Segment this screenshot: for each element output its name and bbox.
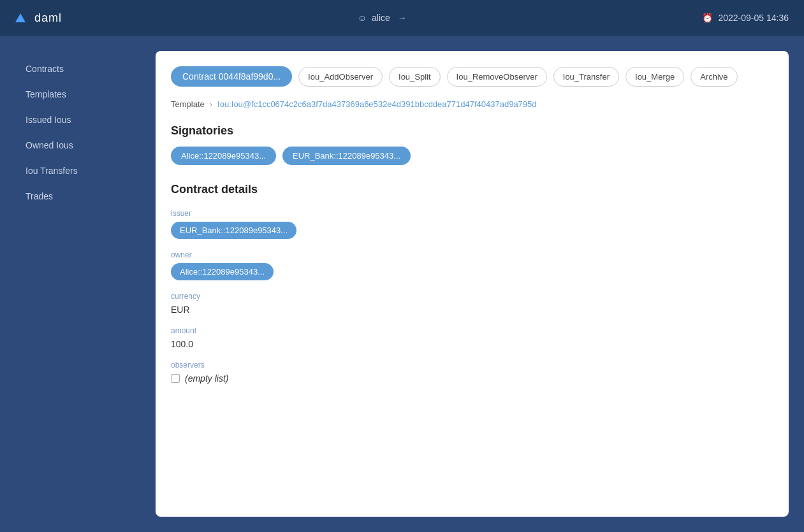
breadcrumb-arrow-icon: › (210, 99, 212, 109)
logo-text: daml (34, 11, 62, 25)
contract-id-button[interactable]: Contract 0044f8af99d0... (171, 66, 292, 87)
breadcrumb-template-label: Template (171, 99, 205, 109)
detail-value-amount: 100.0 (171, 339, 773, 349)
empty-list-bracket-icon (171, 374, 180, 383)
detail-label-currency: currency (171, 292, 773, 301)
datetime-label: 2022-09-05 14:36 (718, 13, 789, 23)
navbar-left: daml (15, 11, 62, 25)
navbar: daml ☺ alice → ⏰ 2022-09-05 14:36 (0, 0, 804, 36)
action-btn-transfer[interactable]: Iou_Transfer (553, 67, 619, 87)
content-area: Contract 0044f8af99d0... Iou_AddObserver… (156, 51, 789, 517)
breadcrumb: Template › Iou:Iou@fc1cc0674c2c6a3f7da43… (171, 99, 773, 109)
contract-header: Contract 0044f8af99d0... Iou_AddObserver… (171, 66, 773, 87)
sidebar-item-iou-transfers[interactable]: Iou Transfers (15, 158, 156, 183)
action-btn-merge[interactable]: Iou_Merge (625, 67, 684, 87)
action-btn-remove-observer[interactable]: Iou_RemoveObserver (447, 67, 547, 87)
detail-value-owner: Alice::122089e95343... (171, 263, 274, 280)
main-layout: Contracts Templates Issued Ious Owned Io… (0, 36, 804, 532)
empty-list-text: (empty list) (185, 373, 228, 384)
action-btn-archive[interactable]: Archive (691, 67, 737, 87)
detail-field-currency: currency EUR (171, 292, 773, 315)
detail-field-observers: observers (empty list) (171, 361, 773, 384)
detail-field-amount: amount 100.0 (171, 326, 773, 349)
detail-field-owner: owner Alice::122089e95343... (171, 250, 773, 280)
clock-icon: ⏰ (702, 13, 713, 23)
sidebar-item-trades[interactable]: Trades (15, 183, 156, 209)
detail-label-owner: owner (171, 250, 773, 259)
detail-value-issuer: EUR_Bank::122089e95343... (171, 222, 296, 239)
sidebar-item-issued-ious[interactable]: Issued Ious (15, 107, 156, 133)
sidebar: Contracts Templates Issued Ious Owned Io… (15, 51, 156, 517)
signatories-title: Signatories (171, 124, 773, 138)
logo-triangle-icon (15, 13, 26, 22)
signatory-pill-alice: Alice::122089e95343... (171, 147, 276, 165)
user-icon: ☺ (358, 13, 367, 23)
sidebar-item-templates[interactable]: Templates (15, 82, 156, 107)
logout-icon[interactable]: → (398, 13, 407, 23)
contract-details-title: Contract details (171, 183, 773, 196)
signatory-list: Alice::122089e95343... EUR_Bank::122089e… (171, 147, 773, 165)
observers-empty-list: (empty list) (171, 373, 773, 384)
detail-label-issuer: issuer (171, 209, 773, 218)
sidebar-item-contracts[interactable]: Contracts (15, 56, 156, 82)
detail-value-currency: EUR (171, 305, 773, 315)
navbar-center: ☺ alice → (358, 13, 407, 23)
sidebar-item-owned-ious[interactable]: Owned Ious (15, 133, 156, 158)
breadcrumb-template-link[interactable]: Iou:Iou@fc1cc0674c2c6a3f7da437369a6e532e… (217, 99, 536, 109)
detail-field-issuer: issuer EUR_Bank::122089e95343... (171, 209, 773, 239)
navbar-right: ⏰ 2022-09-05 14:36 (702, 13, 789, 23)
signatory-pill-eur-bank: EUR_Bank::122089e95343... (282, 147, 411, 165)
action-btn-add-observer[interactable]: Iou_AddObserver (298, 67, 383, 87)
username-label: alice (372, 13, 390, 23)
logo-icon (15, 13, 29, 22)
detail-label-amount: amount (171, 326, 773, 335)
action-btn-split[interactable]: Iou_Split (389, 67, 441, 87)
detail-label-observers: observers (171, 361, 773, 370)
